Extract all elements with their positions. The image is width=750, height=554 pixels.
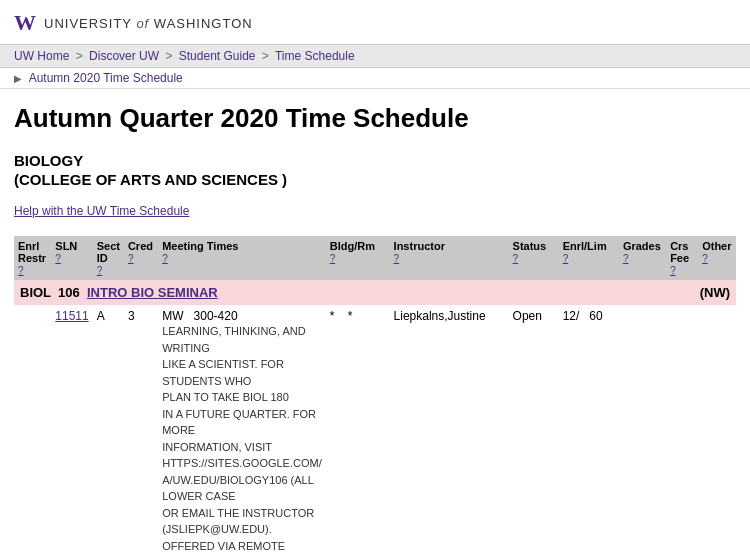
main-content: Autumn Quarter 2020 Time Schedule BIOLOG… bbox=[0, 89, 750, 554]
col-header-grades: Grades ? bbox=[619, 236, 666, 280]
breadcrumb-discover-uw[interactable]: Discover UW bbox=[89, 49, 159, 63]
sln-label: SLN bbox=[55, 240, 77, 252]
breadcrumb-current[interactable]: Autumn 2020 Time Schedule bbox=[29, 71, 183, 85]
course-tag: (NW) bbox=[700, 285, 730, 300]
course-number: 106 bbox=[58, 285, 87, 300]
course-header-row: BIOL 106 INTRO BIO SEMINAR(NW) bbox=[14, 280, 736, 305]
status-cell: Open bbox=[509, 305, 559, 554]
crsfee-cell bbox=[666, 305, 698, 554]
enrl-restr-cell bbox=[14, 305, 51, 554]
course-dept: BIOL bbox=[20, 285, 58, 300]
breadcrumb-sep-1: > bbox=[76, 49, 83, 63]
crsfee-label: CrsFee bbox=[670, 240, 689, 264]
sln-link[interactable]: 11511 bbox=[55, 309, 88, 323]
other-q[interactable]: ? bbox=[702, 253, 708, 264]
help-link[interactable]: Help with the UW Time Schedule bbox=[14, 204, 189, 218]
uw-header: W UNIVERSITY of WASHINGTON bbox=[0, 0, 750, 45]
breadcrumb-sep-3: > bbox=[262, 49, 269, 63]
col-header-cred: Cred ? bbox=[124, 236, 158, 280]
enrl-restr-label: EnrlRestr bbox=[18, 240, 46, 264]
breadcrumb-bar: UW Home > Discover UW > Student Guide > … bbox=[0, 45, 750, 68]
sect-id-label: SectID bbox=[97, 240, 120, 264]
table-header-row: EnrlRestr ? SLN ? SectID ? Cred ? Meetin… bbox=[14, 236, 736, 280]
breadcrumb-time-schedule[interactable]: Time Schedule bbox=[275, 49, 355, 63]
col-header-meeting: Meeting Times ? bbox=[158, 236, 326, 280]
meeting-cell: MW 300-420 LEARNING, THINKING, AND WRITI… bbox=[158, 305, 326, 554]
instructor-label: Instructor bbox=[394, 240, 445, 252]
triangle-icon: ▶ bbox=[14, 73, 22, 84]
sect-cell: A bbox=[93, 305, 124, 554]
col-header-bldg: Bldg/Rm ? bbox=[326, 236, 390, 280]
enrl-restr-q[interactable]: ? bbox=[18, 265, 24, 276]
course-title-link[interactable]: INTRO BIO SEMINAR bbox=[87, 285, 218, 300]
enrllim-q[interactable]: ? bbox=[563, 253, 569, 264]
cred-label: Cred bbox=[128, 240, 153, 252]
bldg-cell: * * bbox=[326, 305, 390, 554]
other-label: Other bbox=[702, 240, 731, 252]
schedule-table: EnrlRestr ? SLN ? SectID ? Cred ? Meetin… bbox=[14, 236, 736, 554]
instructor-cell: Liepkalns,Justine bbox=[390, 305, 509, 554]
meeting-days: MW 300-420 bbox=[162, 309, 237, 323]
uw-logo-text: UNIVERSITY of WASHINGTON bbox=[44, 16, 253, 31]
col-header-status: Status ? bbox=[509, 236, 559, 280]
dept-name: BIOLOGY bbox=[14, 152, 736, 169]
col-header-sln: SLN ? bbox=[51, 236, 92, 280]
cred-q[interactable]: ? bbox=[128, 253, 134, 264]
sln-q[interactable]: ? bbox=[55, 253, 61, 264]
col-header-instructor: Instructor ? bbox=[390, 236, 509, 280]
current-page-bar: ▶ Autumn 2020 Time Schedule bbox=[0, 68, 750, 89]
enrllim-label: Enrl/Lim bbox=[563, 240, 607, 252]
dept-college: (COLLEGE OF ARTS AND SCIENCES ) bbox=[14, 171, 736, 188]
sln-cell: 11511 bbox=[51, 305, 92, 554]
logo-of: of bbox=[136, 16, 149, 31]
bldg-q[interactable]: ? bbox=[330, 253, 336, 264]
col-header-other: Other ? bbox=[698, 236, 736, 280]
logo-washington: WASHINGTON bbox=[149, 16, 252, 31]
col-header-crsfee: CrsFee ? bbox=[666, 236, 698, 280]
status-q[interactable]: ? bbox=[513, 253, 519, 264]
grades-cell bbox=[619, 305, 666, 554]
bldg-label: Bldg/Rm bbox=[330, 240, 375, 252]
logo-university: UNIVERSITY bbox=[44, 16, 136, 31]
col-header-enrllim: Enrl/Lim ? bbox=[559, 236, 619, 280]
meeting-q[interactable]: ? bbox=[162, 253, 168, 264]
breadcrumb-uw-home[interactable]: UW Home bbox=[14, 49, 69, 63]
grades-label: Grades bbox=[623, 240, 661, 252]
page-title: Autumn Quarter 2020 Time Schedule bbox=[14, 103, 736, 134]
instructor-q[interactable]: ? bbox=[394, 253, 400, 264]
grades-q[interactable]: ? bbox=[623, 253, 629, 264]
status-label: Status bbox=[513, 240, 547, 252]
col-header-enrl: EnrlRestr ? bbox=[14, 236, 51, 280]
table-row: 11511A3 MW 300-420 LEARNING, THINKING, A… bbox=[14, 305, 736, 554]
section-notes: LEARNING, THINKING, AND WRITINGLIKE A SC… bbox=[162, 325, 322, 554]
sect-id-q[interactable]: ? bbox=[97, 265, 103, 276]
meeting-label: Meeting Times bbox=[162, 240, 238, 252]
uw-logo-w: W bbox=[14, 10, 36, 36]
cred-cell: 3 bbox=[124, 305, 158, 554]
enrllim-cell: 12/ 60 bbox=[559, 305, 619, 554]
crsfee-q[interactable]: ? bbox=[670, 265, 676, 276]
course-header-cell: BIOL 106 INTRO BIO SEMINAR(NW) bbox=[14, 280, 736, 305]
breadcrumb-sep-2: > bbox=[165, 49, 172, 63]
col-header-sect: SectID ? bbox=[93, 236, 124, 280]
other-cell bbox=[698, 305, 736, 554]
breadcrumb-student-guide[interactable]: Student Guide bbox=[179, 49, 256, 63]
